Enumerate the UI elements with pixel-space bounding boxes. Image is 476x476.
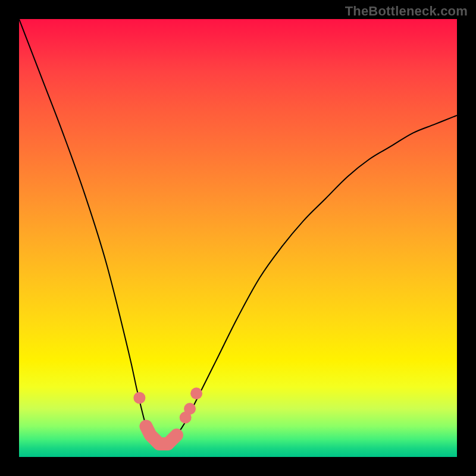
outer-frame: TheBottleneck.com	[0, 0, 476, 476]
data-dot	[184, 403, 196, 415]
data-dot	[190, 387, 202, 399]
plot-area	[19, 19, 457, 457]
bottleneck-curve	[19, 19, 457, 444]
data-dot	[133, 392, 145, 404]
chart-svg	[19, 19, 457, 457]
highlight-segment	[146, 426, 177, 443]
watermark-text: TheBottleneck.com	[345, 4, 468, 19]
